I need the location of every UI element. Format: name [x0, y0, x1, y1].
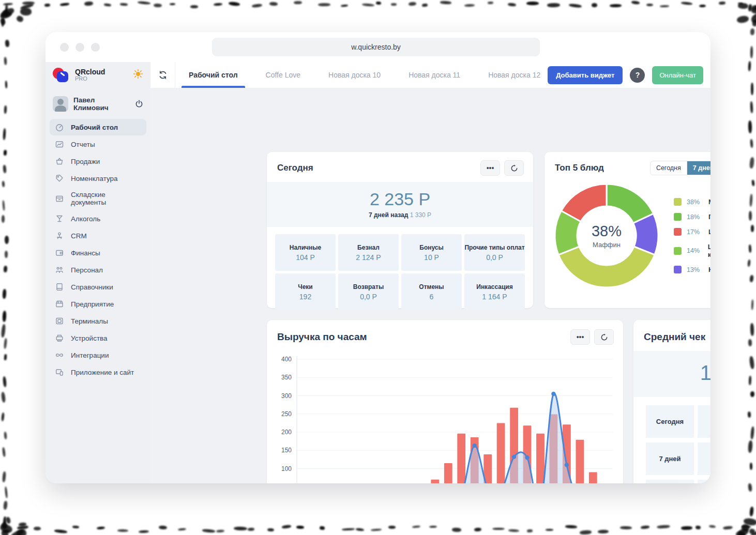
header-actions: Добавить виджет ? Онлайн-чат: [548, 62, 710, 88]
top5-donut-chart: 38% Маффин: [552, 181, 661, 291]
tab-2[interactable]: Coffe Love: [266, 62, 300, 88]
sidebar-item-directories[interactable]: Справочники: [50, 279, 146, 295]
sidebar-item-devices[interactable]: Устройства: [50, 330, 146, 346]
today-title: Сегодня: [277, 163, 313, 173]
page: w.quickresto.by QRcloud PRO: [0, 0, 756, 535]
today-tile-1: Наличные104 Р: [275, 234, 336, 271]
tab-3[interactable]: Новая доска 10: [328, 62, 381, 88]
revenue-bar[interactable]: [497, 423, 505, 483]
svg-text:250: 250: [281, 410, 292, 418]
sidebar-item-dashboard[interactable]: Рабочий стол: [50, 119, 146, 135]
top5-filter-1[interactable]: Сегодня: [651, 161, 687, 175]
sidebar-item-label: Устройства: [71, 334, 108, 342]
revenue-point[interactable]: [551, 392, 555, 396]
tile-value: 192: [299, 293, 311, 301]
revenue-bar[interactable]: [457, 434, 465, 483]
sidebar-item-enterprise[interactable]: Предприятие: [50, 296, 146, 312]
sidebar-item-finance[interactable]: Финансы: [50, 244, 146, 261]
logout-power-icon[interactable]: [135, 100, 143, 108]
legend-color-swatch: [674, 198, 682, 206]
add-widget-button[interactable]: Добавить виджет: [548, 66, 623, 84]
sync-refresh-icon[interactable]: [150, 62, 175, 88]
tile-label: Возвраты: [353, 283, 384, 291]
legend-row-2: 18%Греческий салат435 Р: [674, 209, 710, 224]
sidebar-item-nomenclature[interactable]: Номенклатура: [50, 170, 146, 187]
devices-icon: [55, 333, 64, 343]
qrcloud-logo-icon: [53, 67, 70, 83]
sidebar-item-integrations[interactable]: Интеграции: [50, 347, 146, 363]
sidebar-item-label: Номенклатура: [71, 175, 118, 182]
sidebar-item-staff[interactable]: Персонал: [50, 262, 146, 278]
sidebar-item-reports[interactable]: Отчеты: [50, 136, 146, 152]
revenue-more-button[interactable]: •••: [570, 329, 590, 345]
tab-5[interactable]: Новая доска 12: [488, 62, 540, 88]
address-bar[interactable]: w.quickresto.by: [212, 38, 540, 56]
app-header: QRcloud PRO: [46, 62, 710, 88]
sidebar-item-label: CRM: [71, 232, 87, 240]
legend-color-swatch: [674, 213, 682, 221]
today-tiles: Наличные104 РБезнал2 124 РБонусы10 РПроч…: [267, 227, 533, 317]
user-row: Павел Климович: [50, 92, 146, 119]
sidebar-item-sales[interactable]: Продажи: [50, 153, 146, 170]
legend-percent: 14%: [687, 247, 703, 254]
svg-text:350: 350: [281, 374, 292, 381]
today-tile-4: Прочие типы оплат0,0 Р: [464, 234, 525, 271]
revenue-point[interactable]: [473, 444, 477, 448]
legend-percent: 38%: [687, 198, 703, 206]
legend-label: Капучино 200: [708, 266, 710, 273]
tile-value: 104 Р: [296, 253, 315, 262]
top5-filter-2[interactable]: 7 дней: [687, 161, 710, 175]
finance-icon: [55, 248, 64, 257]
sidebar-item-terminals[interactable]: Терминалы: [50, 313, 146, 329]
enterprise-icon: [55, 299, 64, 309]
help-button[interactable]: ?: [630, 68, 645, 83]
tile-value: 2 124 Р: [356, 253, 381, 262]
sidebar-item-label: Справочники: [71, 283, 113, 291]
legend-percent: 17%: [687, 228, 703, 236]
sidebar-item-alcohol[interactable]: Алкоголь: [50, 210, 146, 227]
window-minimize-button[interactable]: [75, 43, 84, 52]
sidebar-item-app-site[interactable]: Приложение и сайт: [50, 364, 146, 380]
tab-4[interactable]: Новая доска 11: [409, 62, 460, 88]
browser-window: w.quickresto.by QRcloud PRO: [46, 32, 710, 483]
sidebar-item-warehouse[interactable]: Складские документы: [50, 187, 146, 210]
top5-body: 38% Маффин 38%Маффин465 Р18%Греческий са…: [545, 178, 710, 291]
user-name: Павел Климович: [73, 96, 130, 112]
today-refresh-button[interactable]: [504, 160, 524, 176]
tile-label: Отмены: [419, 283, 444, 291]
avg-check-title: Средний чек: [644, 331, 705, 343]
sidebar-item-label: Интеграции: [71, 351, 109, 359]
tab-1[interactable]: Рабочий стол: [189, 62, 238, 88]
main-content: Сегодня ••• 2 235 Р 7 дней назад: [150, 88, 710, 483]
revenue-bar[interactable]: [536, 434, 545, 483]
tile-label: Чеки: [298, 283, 313, 291]
warehouse-icon: [55, 194, 64, 203]
sidebar-item-crm[interactable]: CRM: [50, 227, 146, 244]
window-zoom-button[interactable]: [91, 43, 100, 52]
revenue-point[interactable]: [525, 455, 529, 460]
crm-icon: [55, 231, 64, 240]
donut-slice[interactable]: [558, 247, 655, 287]
revenue-bar[interactable]: [444, 463, 452, 483]
online-chat-button[interactable]: Онлайн-чат: [652, 66, 703, 84]
revenue-bar[interactable]: [576, 440, 584, 483]
tile-label: Прочие типы оплат: [464, 244, 524, 251]
revenue-chart: 0501001502002503003504001234567891011121…: [267, 351, 623, 483]
theme-sun-icon[interactable]: [133, 69, 143, 81]
today-tile-8: Инкассация1 164 Р: [464, 273, 525, 310]
revenue-point[interactable]: [565, 463, 569, 467]
top5-legend: 38%Маффин465 Р18%Греческий салат435 Р17%…: [674, 194, 710, 277]
alcohol-icon: [55, 214, 64, 223]
revenue-bar[interactable]: [589, 472, 597, 483]
tile-label: Инкассация: [476, 283, 512, 291]
revenue-point[interactable]: [512, 455, 516, 459]
brand-title: QRcloud: [75, 68, 105, 76]
revenue-refresh-button[interactable]: [594, 329, 614, 345]
window-close-button[interactable]: [60, 43, 69, 52]
avg-check-widget: Средний чек ••• 12 Р Сегодня12 Р7 дней11…: [633, 320, 710, 483]
today-more-button[interactable]: •••: [480, 160, 500, 176]
legend-label: Греческий салат: [708, 213, 710, 221]
nomenclature-icon: [55, 174, 64, 183]
today-total-panel: 2 235 Р 7 дней назад 1 330 Р: [267, 182, 533, 227]
revenue-bar[interactable]: [431, 480, 439, 483]
